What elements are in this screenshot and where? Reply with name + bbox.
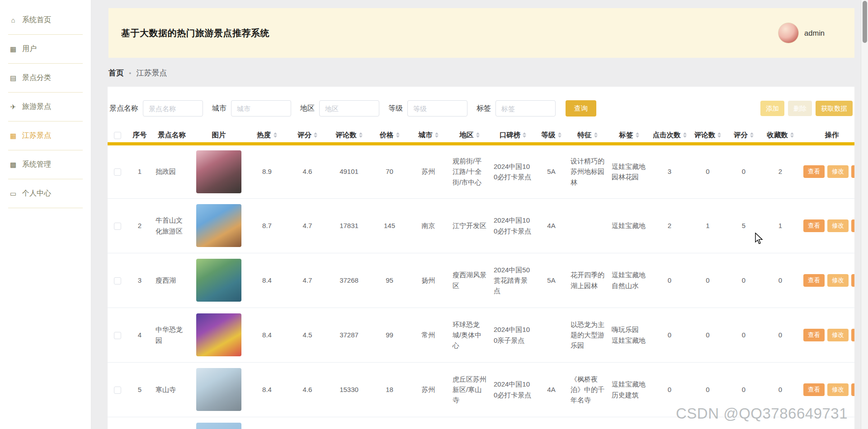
sort-desc-icon[interactable] xyxy=(558,135,561,138)
delete-row-button[interactable]: 删除 xyxy=(851,383,854,396)
delete-row-button[interactable]: 删除 xyxy=(851,165,854,178)
view-button[interactable]: 查看 xyxy=(803,329,825,341)
sort-asc-icon[interactable] xyxy=(274,132,277,135)
sort-desc-icon[interactable] xyxy=(750,135,754,138)
select-all-checkbox[interactable] xyxy=(114,132,121,139)
column-header-price[interactable]: 价格 xyxy=(371,128,408,144)
sort-desc-icon[interactable] xyxy=(523,135,526,138)
row-checkbox[interactable] xyxy=(114,223,121,230)
delete-row-button[interactable]: 删除 xyxy=(851,329,854,341)
column-header-district[interactable]: 地区 xyxy=(449,128,490,144)
sort-desc-icon[interactable] xyxy=(359,135,363,138)
sort-desc-icon[interactable] xyxy=(396,135,400,138)
view-button[interactable]: 查看 xyxy=(803,165,825,178)
column-header-reviews[interactable]: 评论数 xyxy=(327,128,371,144)
edit-button[interactable]: 修改 xyxy=(827,219,849,232)
edit-button[interactable]: 修改 xyxy=(827,329,849,341)
sort-desc-icon[interactable] xyxy=(790,135,794,138)
sort-arrows-icon[interactable] xyxy=(435,132,439,138)
sort-arrows-icon[interactable] xyxy=(359,132,363,138)
sidebar-item-home[interactable]: ⌂系统首页 xyxy=(8,6,83,35)
column-header-rating[interactable]: 评分 xyxy=(726,128,761,144)
sort-desc-icon[interactable] xyxy=(435,135,439,138)
sort-asc-icon[interactable] xyxy=(523,132,526,135)
column-header-tags[interactable]: 标签 xyxy=(608,128,650,144)
scrollbar-thumb[interactable] xyxy=(863,1,867,43)
column-header-hot[interactable]: 热度 xyxy=(246,128,288,144)
sort-asc-icon[interactable] xyxy=(435,132,439,135)
sort-desc-icon[interactable] xyxy=(683,135,687,138)
sort-arrows-icon[interactable] xyxy=(790,132,794,138)
edit-button[interactable]: 修改 xyxy=(827,383,849,396)
avatar[interactable] xyxy=(778,23,799,43)
delete-row-button[interactable]: 删除 xyxy=(851,219,854,232)
city-input[interactable] xyxy=(231,100,291,117)
sort-asc-icon[interactable] xyxy=(717,132,721,135)
row-checkbox[interactable] xyxy=(114,168,121,176)
column-header-city[interactable]: 城市 xyxy=(408,128,449,144)
view-button[interactable]: 查看 xyxy=(803,219,825,232)
column-header-feature[interactable]: 特征 xyxy=(567,128,608,144)
breadcrumb-home[interactable]: 首页 xyxy=(108,68,124,78)
sidebar-item-users[interactable]: ▦用户 xyxy=(8,35,83,64)
sidebar-item-attraction-category[interactable]: ▤景点分类 xyxy=(8,64,83,93)
delete-button[interactable]: 删除 xyxy=(788,101,812,116)
row-checkbox[interactable] xyxy=(114,387,121,394)
sort-arrows-icon[interactable] xyxy=(683,132,687,138)
edit-button[interactable]: 修改 xyxy=(827,274,849,287)
page-scrollbar[interactable] xyxy=(861,0,868,429)
sort-arrows-icon[interactable] xyxy=(274,132,277,138)
sidebar-item-personal-center[interactable]: ▭个人中心 xyxy=(8,179,83,208)
view-button[interactable]: 查看 xyxy=(803,383,825,396)
search-button[interactable]: 查询 xyxy=(566,100,596,117)
row-checkbox[interactable] xyxy=(114,277,121,284)
view-button[interactable]: 查看 xyxy=(803,274,825,287)
tag-input[interactable] xyxy=(495,100,556,117)
column-header-favorites[interactable]: 收藏数 xyxy=(761,128,800,144)
sort-asc-icon[interactable] xyxy=(683,132,687,135)
sort-asc-icon[interactable] xyxy=(558,132,561,135)
sort-arrows-icon[interactable] xyxy=(523,132,526,138)
level-input[interactable] xyxy=(407,100,467,117)
sidebar-item-system-management[interactable]: ▩系统管理 xyxy=(8,150,83,179)
user-menu[interactable]: admin xyxy=(778,23,825,43)
column-header-rank_list[interactable]: 口碑榜 xyxy=(490,128,536,144)
fetch-data-button[interactable]: 获取数据 xyxy=(816,101,853,116)
sort-asc-icon[interactable] xyxy=(314,132,317,135)
sort-arrows-icon[interactable] xyxy=(636,132,639,138)
sort-desc-icon[interactable] xyxy=(717,135,721,138)
sort-asc-icon[interactable] xyxy=(636,132,639,135)
district-input[interactable] xyxy=(319,100,379,117)
sort-arrows-icon[interactable] xyxy=(558,132,561,138)
column-header-comment_count[interactable]: 评论数 xyxy=(689,128,726,144)
sort-arrows-icon[interactable] xyxy=(717,132,721,138)
column-header-clicks[interactable]: 点击次数 xyxy=(650,128,689,144)
sort-arrows-icon[interactable] xyxy=(396,132,400,138)
column-header-level[interactable]: 等级 xyxy=(536,128,567,144)
add-button[interactable]: 添加 xyxy=(760,101,784,116)
sort-asc-icon[interactable] xyxy=(396,132,400,135)
column-header-score[interactable]: 评分 xyxy=(288,128,327,144)
sidebar-item-tourist-attractions[interactable]: ✈旅游景点 xyxy=(8,93,83,121)
sort-asc-icon[interactable] xyxy=(750,132,754,135)
sort-desc-icon[interactable] xyxy=(476,135,480,138)
sort-asc-icon[interactable] xyxy=(476,132,480,135)
sort-desc-icon[interactable] xyxy=(594,135,598,138)
sort-arrows-icon[interactable] xyxy=(476,132,480,138)
sidebar-item-jiangsu-attractions[interactable]: ▦江苏景点 xyxy=(8,121,83,150)
sort-desc-icon[interactable] xyxy=(314,135,317,138)
sort-asc-icon[interactable] xyxy=(790,132,794,135)
delete-row-button[interactable]: 删除 xyxy=(851,274,854,287)
sort-arrows-icon[interactable] xyxy=(750,132,754,138)
cell-level xyxy=(536,308,567,362)
sort-arrows-icon[interactable] xyxy=(594,132,598,138)
edit-button[interactable]: 修改 xyxy=(827,165,849,178)
sort-desc-icon[interactable] xyxy=(636,135,639,138)
sort-asc-icon[interactable] xyxy=(594,132,598,135)
sort-desc-icon[interactable] xyxy=(274,135,277,138)
cell-feature xyxy=(567,198,608,253)
sort-asc-icon[interactable] xyxy=(359,132,363,135)
attraction-name-input[interactable] xyxy=(143,100,203,117)
sort-arrows-icon[interactable] xyxy=(314,132,317,138)
row-checkbox[interactable] xyxy=(114,332,121,339)
